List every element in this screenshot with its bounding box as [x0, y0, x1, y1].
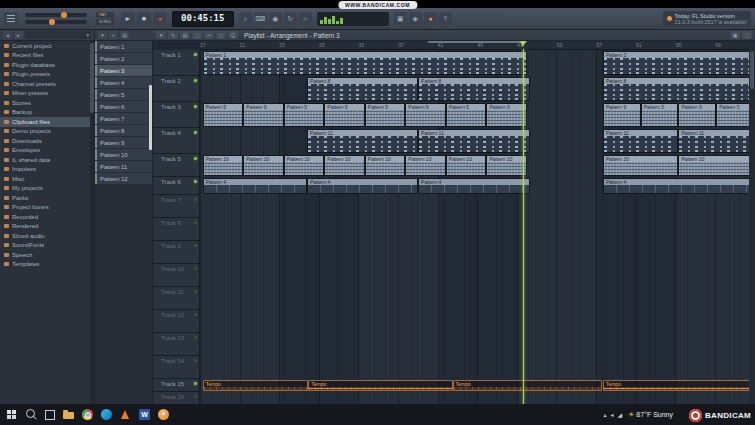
maximize-icon[interactable]: ▢ [742, 31, 752, 39]
pattern-clip[interactable]: Pattern 9 [486, 103, 527, 127]
track-enable-led[interactable] [194, 79, 197, 82]
wait-input-icon[interactable]: ◉ [269, 12, 282, 25]
playlist-vscroll-thumb[interactable] [750, 51, 754, 89]
metronome-icon[interactable]: ♪ [239, 12, 252, 25]
network-icon[interactable]: ◢ [617, 411, 622, 418]
track-lane[interactable]: TempoTempoTempoTempo [200, 379, 755, 392]
track-enable-led[interactable] [194, 198, 197, 201]
browser-item-plugin-database[interactable]: Plugin database [0, 60, 94, 70]
pattern-clip[interactable]: Pattern 8 [603, 77, 754, 101]
browser-view-dropdown[interactable]: ▾ [25, 31, 91, 39]
track-name-cell[interactable]: Track 5 [153, 154, 200, 177]
hidden-icons-chevron[interactable]: ▴ [603, 411, 606, 418]
pattern-clip[interactable]: Pattern 10 [603, 155, 678, 176]
track-enable-led[interactable] [194, 313, 197, 316]
pattern-clip[interactable]: Pattern 8 [307, 77, 418, 101]
track-name-cell[interactable]: Track 9 [153, 241, 200, 264]
pattern-clip[interactable]: Pattern 9 [243, 103, 284, 127]
track-enable-led[interactable] [194, 290, 197, 293]
stop-button[interactable]: ■ [137, 12, 151, 26]
main-menu-button[interactable] [4, 12, 18, 26]
pattern-clip[interactable]: Pattern 4 [307, 178, 418, 194]
browser-item-backup[interactable]: Backup [0, 108, 94, 118]
track-lane[interactable] [200, 356, 755, 379]
slice-tool-icon[interactable]: ✂ [204, 31, 214, 39]
browser-item-il-shared-data[interactable]: IL shared data [0, 155, 94, 165]
browser-item-rendered[interactable]: Rendered [0, 222, 94, 232]
pattern-clip[interactable]: Pattern 5 [284, 103, 325, 127]
chrome-icon[interactable] [79, 406, 96, 423]
pattern-clip[interactable]: Pattern 10 [365, 155, 406, 176]
browser-item-downloads[interactable]: Downloads [0, 136, 94, 146]
track-enable-led[interactable] [194, 53, 197, 56]
track-enable-led[interactable] [194, 267, 197, 270]
news-icon[interactable]: ● [424, 12, 437, 25]
pattern-clip[interactable]: Pattern 11 [603, 129, 678, 153]
overdub-icon[interactable]: ▣ [394, 12, 407, 25]
pattern-list-item[interactable]: Pattern 2 [95, 53, 152, 64]
volume-knob[interactable] [61, 12, 67, 18]
track-lane[interactable]: Pattern 10Pattern 10Pattern 10Pattern 10… [200, 154, 755, 177]
pattern-clip[interactable]: Pattern 10 [284, 155, 325, 176]
track-enable-led[interactable] [194, 131, 197, 134]
pattern-clip[interactable]: Pattern 11 [418, 129, 530, 153]
pattern-clip[interactable]: Pattern 2 [603, 51, 754, 75]
track-enable-led[interactable] [194, 244, 197, 247]
track-name-cell[interactable]: Track 11 [153, 287, 200, 310]
pattern-add-icon[interactable]: + [109, 31, 118, 39]
track-name-cell[interactable]: Track 2 [153, 76, 200, 102]
pattern-list-scroll-thumb[interactable] [149, 85, 152, 150]
browser-item-speech[interactable]: Speech [0, 250, 94, 260]
track-name-cell[interactable]: Track 4 [153, 128, 200, 154]
update-hint-panel[interactable]: Today: FL Studio version 21.0.3 build 25… [663, 11, 751, 27]
pattern-clone-icon[interactable]: ▤ [120, 31, 129, 39]
pattern-list-item[interactable]: Pattern 3 [95, 65, 152, 76]
pattern-clip[interactable]: Pattern 9 [678, 103, 716, 127]
track-name-cell[interactable]: Track 12 [153, 310, 200, 333]
pattern-list-item[interactable]: Pattern 12 [95, 173, 152, 184]
browser-item-scores[interactable]: Scores [0, 98, 94, 108]
song-mode-label[interactable]: SONG [96, 19, 114, 25]
track-lane[interactable] [200, 392, 755, 404]
browser-item-clipboard-files[interactable]: Clipboard files [0, 117, 94, 127]
browser-item-mixer-presets[interactable]: Mixer presets [0, 89, 94, 99]
pattern-clip[interactable]: Pattern 4 [203, 178, 307, 194]
pattern-list-item[interactable]: Pattern 7 [95, 113, 152, 124]
browser-item-plugin-presets[interactable]: Plugin presets [0, 70, 94, 80]
start-button[interactable] [3, 406, 20, 423]
pattern-clip[interactable]: Pattern 10 [324, 155, 365, 176]
track-lane[interactable] [200, 310, 755, 333]
track-enable-led[interactable] [194, 336, 197, 339]
track-lane[interactable] [200, 218, 755, 241]
pattern-clip[interactable]: Pattern 4 [603, 178, 754, 194]
playlist-ruler[interactable]: 1721252933374145495357616569 [200, 41, 755, 50]
track-name-cell[interactable]: Track 7 [153, 195, 200, 218]
pattern-clip[interactable]: Tempo [603, 380, 753, 391]
typing-keyboard-icon[interactable]: ⌨ [254, 12, 267, 25]
track-lane[interactable]: Pattern 4Pattern 4Pattern 4Pattern 4 [200, 177, 755, 195]
task-view-button[interactable] [41, 406, 58, 423]
track-lane[interactable]: Pattern 1Pattern 2 [200, 50, 755, 76]
pattern-clip[interactable]: Pattern 11 [307, 129, 418, 153]
pattern-clip[interactable]: Pattern 10 [446, 155, 487, 176]
vlc-icon[interactable] [117, 406, 134, 423]
pat-mode-label[interactable]: PAT [96, 12, 114, 18]
browser-item-my-projects[interactable]: My projects [0, 184, 94, 194]
pattern-clip[interactable]: Tempo [453, 380, 603, 391]
browser-item-current-project[interactable]: Current project [0, 41, 94, 51]
loop-record-icon[interactable]: ↻ [284, 12, 297, 25]
pattern-list-item[interactable]: Pattern 4 [95, 77, 152, 88]
fl-studio-icon[interactable] [155, 406, 172, 423]
weather-widget[interactable]: ☀ 87°F Sunny [628, 411, 673, 419]
browser-item-soundfonts[interactable]: SoundFonts [0, 241, 94, 251]
browser-item-project-bones[interactable]: Project bones [0, 203, 94, 213]
track-name-cell[interactable]: Track 6 [153, 177, 200, 195]
pitch-knob[interactable] [49, 19, 55, 25]
track-lane[interactable]: Pattern 5Pattern 9Pattern 5Pattern 9Patt… [200, 102, 755, 128]
snap-magnet-icon[interactable]: ∩ [299, 12, 312, 25]
track-enable-led[interactable] [194, 221, 197, 224]
track-name-cell[interactable]: Track 14 [153, 356, 200, 379]
browser-forward-icon[interactable]: ▸ [14, 31, 23, 39]
browser-scrollbar[interactable] [90, 41, 94, 404]
time-display[interactable]: 00:45:15 [172, 11, 234, 27]
